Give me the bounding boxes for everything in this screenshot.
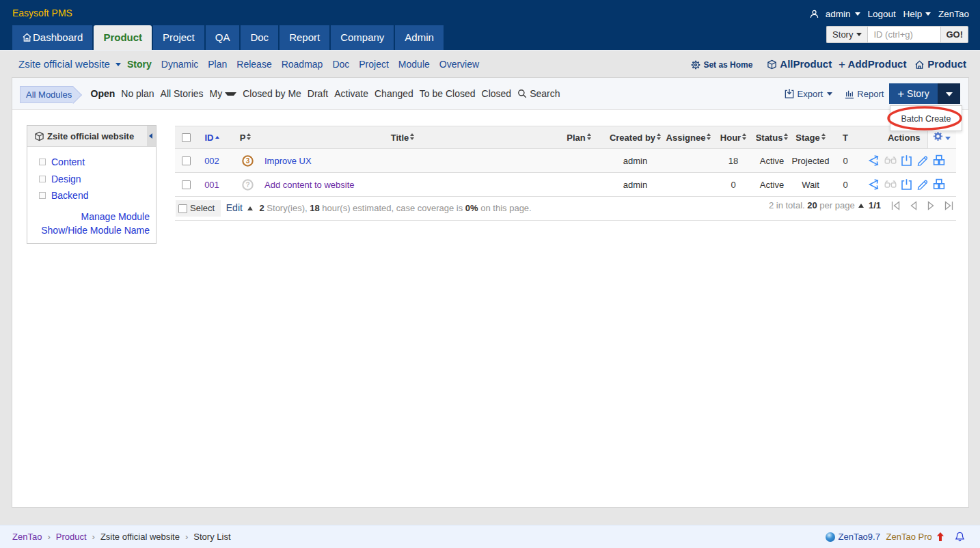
svg-text:?: ? [245,180,249,188]
svg-text:3: 3 [245,156,249,164]
